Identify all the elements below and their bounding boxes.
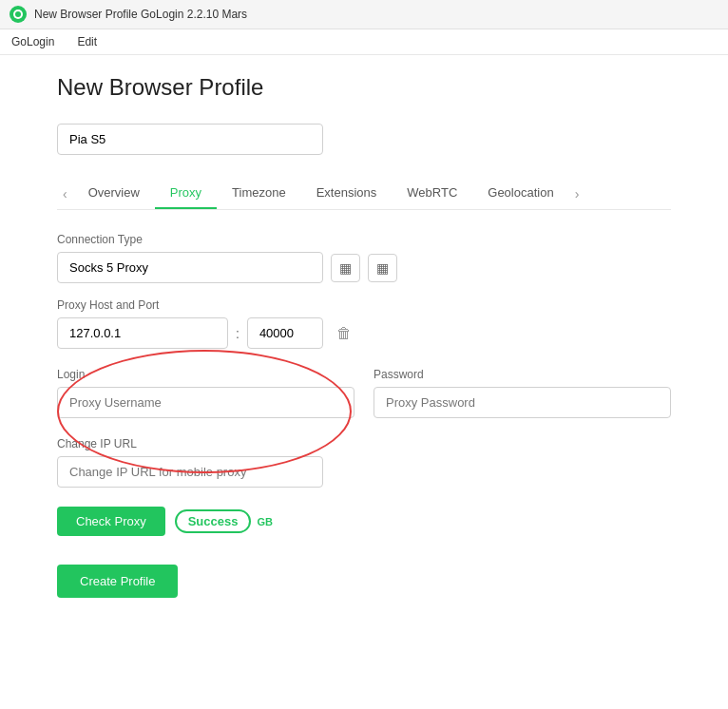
profile-name-input[interactable] xyxy=(57,124,323,155)
app-logo xyxy=(10,6,27,23)
tab-webrtc[interactable]: WebRTC xyxy=(392,178,472,209)
connection-type-label: Connection Type xyxy=(57,233,671,246)
check-proxy-row: Check Proxy Success GB xyxy=(57,507,671,536)
menu-edit[interactable]: Edit xyxy=(73,33,101,50)
delete-proxy-btn[interactable]: 🗑 xyxy=(331,321,357,346)
tabs-nav: ‹ Overview Proxy Timezone Extensions Web… xyxy=(57,178,671,210)
menu-gologin[interactable]: GoLogin xyxy=(8,33,58,50)
trash-icon: 🗑 xyxy=(336,325,352,341)
grid-icon-btn[interactable]: ▦ xyxy=(368,254,397,282)
login-label: Login xyxy=(57,368,354,381)
colon-separator: : xyxy=(236,326,239,341)
check-proxy-btn[interactable]: Check Proxy xyxy=(57,507,165,536)
host-port-row: : 🗑 xyxy=(57,317,671,349)
create-profile-btn[interactable]: Create Profile xyxy=(57,565,178,598)
connection-type-select[interactable]: No Proxy HTTP Proxy HTTPS Proxy Socks 4 … xyxy=(57,252,323,283)
host-port-label: Proxy Host and Port xyxy=(57,298,671,312)
login-field-group: Login xyxy=(57,368,354,418)
success-text: Success xyxy=(175,509,252,533)
tab-extensions[interactable]: Extensions xyxy=(301,178,393,209)
success-badge: Success GB xyxy=(175,509,273,533)
success-gb-label: GB xyxy=(257,516,273,527)
menu-bar: GoLogin Edit xyxy=(0,29,728,55)
password-field-group: Password xyxy=(374,368,671,418)
proxy-username-input[interactable] xyxy=(57,387,354,418)
tab-geolocation[interactable]: Geolocation xyxy=(472,178,568,209)
change-ip-label: Change IP URL xyxy=(57,437,671,450)
page-title: New Browser Profile xyxy=(57,74,671,101)
proxy-password-input[interactable] xyxy=(374,387,671,418)
grid-icon: ▦ xyxy=(376,260,389,276)
login-password-row: Login Password xyxy=(57,368,671,418)
title-bar-text: New Browser Profile GoLogin 2.2.10 Mars xyxy=(34,8,247,21)
title-bar: New Browser Profile GoLogin 2.2.10 Mars xyxy=(0,0,728,29)
password-label: Password xyxy=(374,368,671,381)
change-ip-section: Change IP URL xyxy=(57,437,671,488)
tab-timezone[interactable]: Timezone xyxy=(217,178,301,209)
copy-icon-btn[interactable]: ▦ xyxy=(331,254,360,282)
copy-icon: ▦ xyxy=(339,260,352,276)
svg-point-1 xyxy=(15,11,21,17)
tab-proxy[interactable]: Proxy xyxy=(155,178,217,209)
connection-type-row: No Proxy HTTP Proxy HTTPS Proxy Socks 4 … xyxy=(57,252,671,283)
tab-next-btn[interactable]: › xyxy=(569,179,585,209)
tab-prev-btn[interactable]: ‹ xyxy=(57,179,73,209)
tab-overview[interactable]: Overview xyxy=(73,178,155,209)
change-ip-input[interactable] xyxy=(57,456,323,488)
host-port-section: Proxy Host and Port : 🗑 xyxy=(57,298,671,349)
proxy-host-input[interactable] xyxy=(57,317,228,349)
proxy-port-input[interactable] xyxy=(247,317,323,349)
